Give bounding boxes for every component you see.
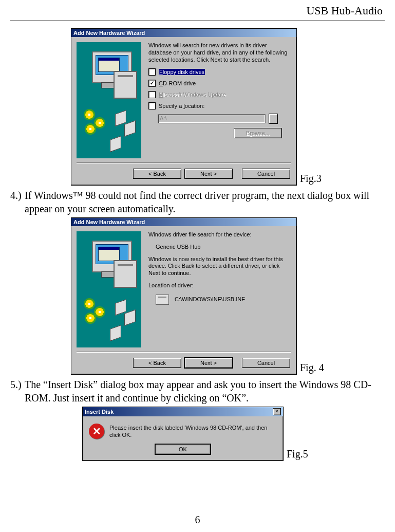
back-button[interactable]: < Back <box>133 169 181 179</box>
floppy-label: Floppy disk drives <box>159 69 205 75</box>
page-number: 6 <box>10 514 385 526</box>
titlebar: Add New Hardware Wizard <box>71 29 296 37</box>
browse-button[interactable]: Browse... <box>234 128 282 138</box>
next-button[interactable]: Next > <box>184 169 233 179</box>
winupdate-label: Microsoft Windows Update <box>159 91 226 98</box>
device-name: Generic USB Hub <box>156 244 291 251</box>
location-input[interactable]: A:\ <box>158 114 266 123</box>
winupdate-checkbox[interactable] <box>148 91 156 98</box>
wizard-intro-text: Windows will search for new drivers in i… <box>148 42 291 63</box>
wizard-dialog-fig3: Add New Hardware Wizard Windows will sea… <box>71 28 297 186</box>
step-number: 5.) <box>10 378 25 405</box>
next-button[interactable]: Next > <box>184 358 233 368</box>
cdrom-label: CD-ROM drive <box>159 80 196 86</box>
driver-path: C:\WINDOWS\INF\USB.INF <box>175 296 245 302</box>
location-dropdown-icon[interactable] <box>269 114 278 124</box>
wizard-artwork <box>77 42 141 158</box>
dialog-title: Insert Disk <box>85 409 114 415</box>
running-header: USB Hub-Audio <box>10 0 385 17</box>
cancel-button[interactable]: Cancel <box>242 169 290 179</box>
insert-disk-dialog: Insert Disk × ✕ Please insert the disk l… <box>82 407 284 461</box>
figure-caption: Fig. 4 <box>300 362 324 375</box>
floppy-checkbox[interactable] <box>148 68 156 76</box>
back-button[interactable]: < Back <box>133 358 181 368</box>
figure-caption: Fig.5 <box>287 448 308 461</box>
step-number: 4.) <box>10 189 25 215</box>
figure-caption: Fig.3 <box>300 173 322 186</box>
dialog-title: Add New Hardware Wizard <box>73 30 145 36</box>
ready-text: Windows is now ready to install the best… <box>148 256 291 277</box>
insert-disk-message: Please insert the disk labeled 'Windows … <box>109 424 277 439</box>
specify-location-label: Specify a location: <box>159 103 204 109</box>
inf-file-icon <box>156 295 169 305</box>
wizard-artwork <box>77 231 141 347</box>
specify-location-checkbox[interactable] <box>148 102 156 109</box>
step-text: The “Insert Disk” dialog box may appear … <box>25 378 385 405</box>
ok-button[interactable]: OK <box>155 444 211 454</box>
header-rule <box>10 21 385 21</box>
location-label: Location of driver: <box>148 282 291 289</box>
search-heading: Windows driver file search for the devic… <box>148 231 291 239</box>
titlebar: Add New Hardware Wizard <box>71 218 296 226</box>
cancel-button[interactable]: Cancel <box>242 358 290 368</box>
cdrom-checkbox[interactable]: ✓ <box>148 80 156 87</box>
dialog-title: Add New Hardware Wizard <box>73 219 145 225</box>
step-text: If Windows™ 98 could not find the correc… <box>25 189 385 215</box>
wizard-dialog-fig4: Add New Hardware Wizard Windows driver f… <box>71 217 297 375</box>
error-icon: ✕ <box>89 424 104 439</box>
close-icon[interactable]: × <box>273 408 281 415</box>
titlebar: Insert Disk × <box>83 407 283 416</box>
